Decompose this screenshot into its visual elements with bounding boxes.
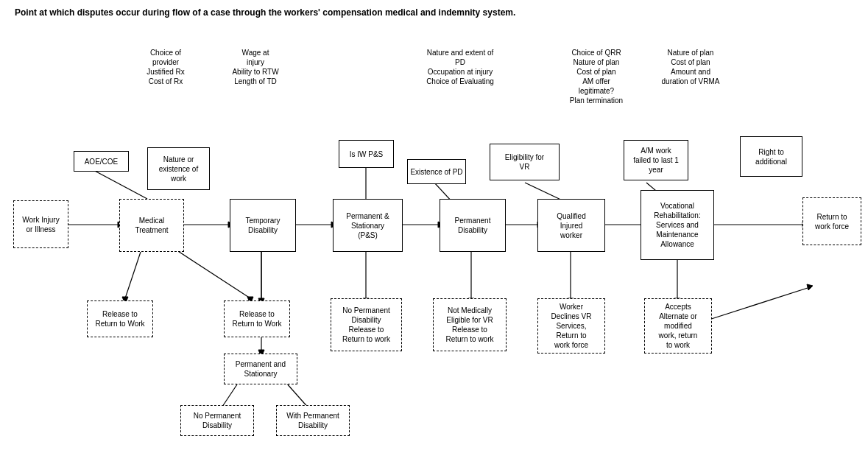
vr-services-box: VocationalRehabilitation:Services andMai… <box>641 190 714 260</box>
not-med-eligible-box: Not MedicallyEligible for VRRelease toRe… <box>433 298 507 351</box>
is-iw-ps-box: Is IW P&S <box>339 140 394 168</box>
nature-existence-box: Nature orexistence ofwork <box>147 147 210 190</box>
accepts-alternate-box: AcceptsAlternate ormodifiedwork, returnt… <box>644 298 712 354</box>
existence-pd-box: Existence of PD <box>407 159 466 184</box>
svg-marker-32 <box>807 284 813 290</box>
worker-declines-box: WorkerDeclines VRServices,Return towork … <box>537 298 605 354</box>
permanent-stationary-box: Permanent &Stationary(P&S) <box>333 199 403 252</box>
aoe-coe-box: AOE/COE <box>74 151 129 172</box>
choice-provider-label: Choice ofproviderJustified RxCost of Rx <box>125 48 206 86</box>
nature-extent-pd-label: Nature and extent ofPDOccupation at inju… <box>409 48 512 86</box>
svg-line-37 <box>92 169 147 199</box>
right-additional-box: Right toadditional <box>740 136 802 177</box>
work-injury-box: Work Injuryor Illness <box>13 200 68 248</box>
no-perm-dis2-box: No PermanentDisability <box>180 405 254 436</box>
wage-injury-label: Wage atinjuryAbility to RTWLength of TD <box>215 48 296 86</box>
with-perm-dis-box: With PermanentDisability <box>276 405 350 436</box>
release-rtw1-box: Release toReturn to Work <box>87 300 153 337</box>
no-perm-dis-rtw-box: No PermanentDisabilityRelease toReturn t… <box>331 298 402 351</box>
nature-plan-label: Nature of planCost of planAmount anddura… <box>646 48 735 86</box>
diagram-container: Point at which disputes occur during flo… <box>0 0 868 450</box>
medical-treatment-box: MedicalTreatment <box>119 199 184 252</box>
eligibility-vr-box: Eligibility forVR <box>490 144 560 180</box>
am-work-failed-box: A/M workfailed to last 1year <box>624 140 688 180</box>
perm-stationary2-box: Permanent andStationary <box>224 354 297 384</box>
qualified-injured-box: QualifiedInjuredworker <box>537 199 605 252</box>
temporary-disability-box: TemporaryDisability <box>230 199 296 252</box>
choice-qrr-label: Choice of QRRNature of planCost of planA… <box>548 48 644 105</box>
return-workforce-box: Return towork force <box>802 197 861 245</box>
release-rtw2-box: Release toReturn to Work <box>224 300 290 337</box>
diagram-title: Point at which disputes occur during flo… <box>15 7 515 18</box>
svg-line-31 <box>707 287 810 320</box>
permanent-disability-box: PermanentDisability <box>440 199 506 252</box>
